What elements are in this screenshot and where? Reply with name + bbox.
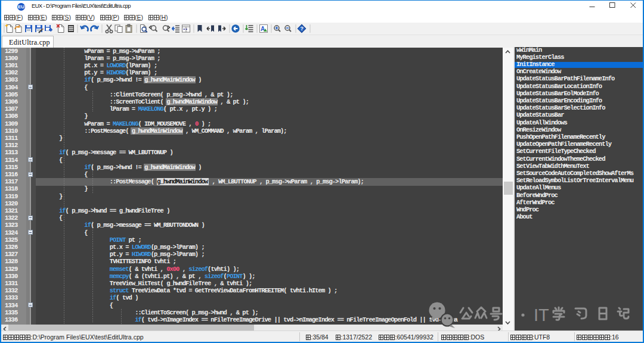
svg-text:IT: IT [534,305,549,325]
svg-text:?: ? [301,26,304,32]
